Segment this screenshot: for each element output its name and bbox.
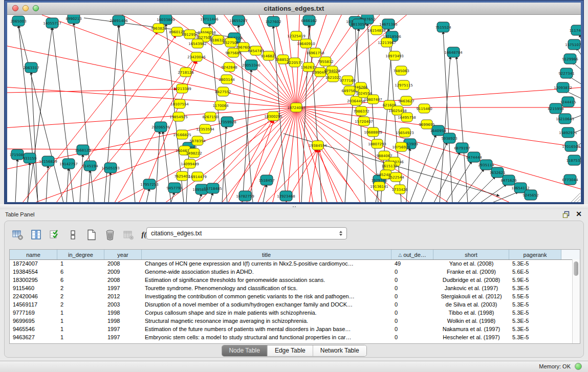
table-cell[interactable]: Changes of HCN gene expression and I(f) … [142, 260, 391, 268]
table-cell[interactable]: 2008 [104, 260, 142, 268]
table-cell[interactable]: 0 [391, 317, 433, 325]
table-cell[interactable]: 2008 [104, 276, 142, 285]
table-cell[interactable]: 1 [57, 309, 104, 317]
table-cell[interactable]: 0 [391, 268, 433, 276]
show-columns-icon[interactable] [30, 229, 42, 241]
float-panel-icon[interactable] [562, 211, 570, 218]
table-cell[interactable]: 5.6E-5 [509, 268, 561, 276]
new-table-icon[interactable] [85, 229, 98, 241]
table-cell[interactable]: 1997 [104, 285, 142, 293]
table-cell[interactable]: 18724007 [10, 260, 57, 268]
table-cell[interactable]: Dudbridge et al. (2008) [433, 276, 509, 285]
scrollbar-thumb[interactable] [574, 261, 578, 276]
table-cell[interactable]: 6 [57, 276, 104, 285]
table-cell[interactable]: Structural magnetic resonance image aver… [142, 317, 391, 325]
network-canvas[interactable]: 2065003140557178990213208914061603380919… [7, 15, 581, 202]
table-cell[interactable]: Disruption of a novel member of a sodium… [142, 301, 391, 309]
close-window-button[interactable] [12, 5, 18, 11]
table-cell[interactable]: 14569117 [10, 301, 57, 309]
table-cell[interactable]: 49 [391, 260, 433, 268]
table-cell[interactable]: 2 [57, 293, 104, 301]
table-cell[interactable]: de Silva et al. (2003) [433, 301, 509, 309]
table-cell[interactable]: 9465546 [10, 325, 57, 334]
table-cell[interactable]: 1997 [104, 334, 142, 342]
table-cell[interactable]: 2003 [104, 301, 142, 309]
table-cell[interactable]: Estimation of the future numbers of pati… [142, 325, 391, 334]
column-header-year[interactable]: year [104, 250, 142, 259]
table-cell[interactable]: 5.3E-5 [509, 309, 561, 317]
close-panel-icon[interactable]: ✕ [576, 210, 582, 218]
table-row[interactable]: 946554611997Estimation of the future num… [10, 325, 580, 334]
table-row[interactable]: 977716911998Corpus callosum shape and si… [10, 309, 580, 317]
table-row[interactable]: 1830029562008Estimation of significance … [10, 276, 580, 285]
table-cell[interactable]: 5.3E-5 [509, 285, 561, 293]
table-cell[interactable]: Hescheler et al. (1997) [433, 334, 509, 342]
table-cell[interactable]: 19384554 [10, 268, 57, 276]
table-row[interactable]: 946362711997Embryonic stem cells: a mode… [10, 334, 580, 342]
table-cell[interactable]: 2012 [104, 293, 142, 301]
table-cell[interactable]: 0 [391, 309, 433, 317]
table-cell[interactable]: 1 [57, 317, 104, 325]
table-cell[interactable]: 5.3E-5 [509, 317, 561, 325]
table-cell[interactable]: 18300295 [10, 276, 57, 285]
table-cell[interactable]: 9463627 [10, 334, 57, 342]
table-cell[interactable]: 22420046 [10, 293, 57, 301]
tab-network-table[interactable]: Network Table [313, 345, 366, 356]
table-cell[interactable]: 1997 [104, 325, 142, 334]
column-header-out_de[interactable]: △out_de… [391, 250, 433, 259]
table-cell[interactable]: 2009 [104, 268, 142, 276]
table-row[interactable]: 969969511998Structural magnetic resonanc… [10, 317, 580, 325]
panel-splitter[interactable] [0, 204, 588, 209]
table-cell[interactable]: Genome-wide association studies in ADHD. [142, 268, 391, 276]
table-cell[interactable]: 0 [391, 301, 433, 309]
zoom-window-button[interactable] [33, 5, 39, 11]
table-cell[interactable]: 0 [391, 276, 433, 285]
table-row[interactable]: 1938455462009Genome-wide association stu… [10, 268, 580, 276]
table-cell[interactable]: 5.3E-5 [509, 325, 561, 334]
table-selector-dropdown[interactable]: citations_edges.txt [146, 227, 347, 239]
table-cell[interactable]: 0 [391, 334, 433, 342]
table-cell[interactable]: 5.3E-5 [509, 334, 561, 342]
column-header-pagerank[interactable]: pagerank [509, 250, 561, 259]
table-cell[interactable]: 1998 [104, 309, 142, 317]
table-cell[interactable]: Nakamura et al. (1997) [433, 325, 509, 334]
table-cell[interactable]: 9699695 [10, 317, 57, 325]
import-table-icon[interactable] [122, 229, 135, 241]
column-header-in_degree[interactable]: in_degree [57, 250, 104, 259]
table-row[interactable]: 1872400712008Changes of HCN gene express… [10, 260, 580, 268]
table-cell[interactable]: 1998 [104, 317, 142, 325]
table-cell[interactable]: Jankovic et al. (1997) [433, 285, 509, 293]
table-cell[interactable]: Investigating the contribution of common… [142, 293, 391, 301]
table-cell[interactable]: 2 [57, 285, 104, 293]
network-window-titlebar[interactable]: citations_edges.txt [7, 3, 581, 15]
table-cell[interactable]: 9777169 [10, 309, 57, 317]
table-cell[interactable]: Tourette syndrome. Phenomenology and cla… [142, 285, 391, 293]
table-row[interactable]: 911546021997Tourette syndrome. Phenomeno… [10, 285, 580, 293]
column-header-name[interactable]: name [10, 250, 57, 259]
table-cell[interactable]: 5.5E-5 [509, 293, 561, 301]
table-cell[interactable]: Estimation of significance thresholds fo… [142, 276, 391, 285]
table-cell[interactable]: 1 [57, 325, 104, 334]
tab-node-table[interactable]: Node Table [222, 345, 267, 356]
table-cell[interactable]: 5.9E-5 [509, 276, 561, 285]
row-height-icon[interactable] [67, 229, 79, 241]
table-cell[interactable]: Stergiakouli et al. (2012) [433, 293, 509, 301]
delete-columns-icon[interactable] [104, 229, 116, 241]
table-cell[interactable]: Corpus callosum shape and size in male p… [142, 309, 391, 317]
table-cell[interactable]: 5.3E-5 [509, 260, 561, 268]
table-row[interactable]: 1456911722003Disruption of a novel membe… [10, 301, 580, 309]
minimize-window-button[interactable] [23, 5, 29, 11]
table-row[interactable]: 2242004622012Investigating the contribut… [10, 293, 580, 301]
column-header-short[interactable]: short [433, 250, 509, 259]
vertical-scrollbar[interactable] [572, 259, 580, 343]
table-cell[interactable]: 0 [391, 293, 433, 301]
table-cell[interactable]: 2 [57, 301, 104, 309]
network-graph[interactable]: 2065003140557178990213208914061603380919… [7, 15, 581, 202]
splitter-grip-icon[interactable] [292, 206, 297, 208]
select-columns-icon[interactable] [49, 229, 61, 241]
table-cell[interactable]: Wolkin et al. (1998) [433, 317, 509, 325]
table-cell[interactable]: 0 [391, 285, 433, 293]
tab-edge-table[interactable]: Edge Table [267, 345, 313, 356]
table-cell[interactable]: Franke et al. (2009) [433, 268, 509, 276]
table-cell[interactable]: 0 [391, 325, 433, 334]
